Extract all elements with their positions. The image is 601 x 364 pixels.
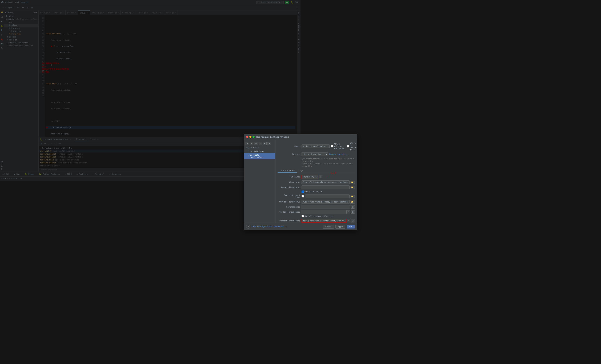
modal-filter-btn[interactable]: ⊟	[267, 142, 271, 145]
modal-sort-btn[interactable]: ⊞	[263, 142, 267, 145]
modal-toolbar: + − ⧉ ↑ ⊞ ⊟	[244, 141, 275, 146]
name-row: Name: Allow multiple instances Store as …	[278, 142, 300, 151]
modal-move-up-btn[interactable]: ↑	[259, 142, 262, 145]
modal-add-btn[interactable]: +	[246, 142, 249, 145]
config-tabs-row: Configuration Logs	[278, 169, 300, 173]
name-label: Name:	[278, 145, 300, 147]
directory-row: Directory: 📁	[278, 181, 300, 182]
go-build-expand-icon: ▾	[246, 147, 247, 149]
modal-title: Run/Debug Configurations	[256, 136, 289, 138]
run-kind-label: Run kind:	[278, 176, 300, 178]
run-on-label: Run on:	[278, 153, 300, 155]
modal-body: + − ⧉ ↑ ⊞ ⊟ ▾ ⬡ Go Build ⬡ go build app	[244, 140, 300, 182]
directory-label: Directory:	[278, 181, 300, 182]
traffic-light-green[interactable]	[252, 136, 255, 138]
config-item-go-build-template[interactable]: ⬡ go build app/template	[244, 153, 275, 159]
config-item-go-build[interactable]: ▾ ⬡ Go Build	[244, 146, 275, 150]
modal-overlay[interactable]: Run/Debug Configurations + − ⧉ ↑ ⊞ ⊟ ▾ ⬡…	[0, 0, 300, 182]
form-tab-configuration[interactable]: Configuration	[278, 169, 297, 173]
go-build-icon: ⬡	[248, 147, 249, 149]
go-build-label: Go Build	[250, 147, 259, 149]
go-build-template-label: go build app/template	[250, 154, 274, 158]
form-tab-logs[interactable]: Logs	[297, 169, 300, 173]
traffic-light-yellow[interactable]	[249, 136, 251, 138]
run-on-row: Run on: 🖥 Local machine Manage targets..…	[278, 152, 300, 156]
go-build-app-label: go build app	[250, 150, 264, 153]
go-build-template-icon: ⬡	[248, 155, 249, 157]
run-debug-config-modal: Run/Debug Configurations + − ⧉ ↑ ⊞ ⊟ ▾ ⬡…	[244, 134, 300, 182]
modal-traffic-lights	[246, 136, 255, 138]
run-kind-row: Run kind: Directory File Package ? → 这次个	[278, 175, 300, 179]
config-item-go-build-app[interactable]: ⬡ go build app	[244, 150, 275, 153]
traffic-light-red[interactable]	[246, 136, 248, 138]
modal-remove-btn[interactable]: −	[250, 142, 253, 145]
modal-left-panel: + − ⧉ ↑ ⊞ ⊟ ▾ ⬡ Go Build ⬡ go build app	[244, 140, 275, 182]
modal-copy-btn[interactable]: ⧉	[254, 142, 258, 145]
modal-right-panel: Name: Allow multiple instances Store as …	[275, 140, 300, 182]
go-build-app-icon: ⬡	[248, 150, 249, 153]
modal-title-bar: Run/Debug Configurations	[244, 134, 300, 140]
